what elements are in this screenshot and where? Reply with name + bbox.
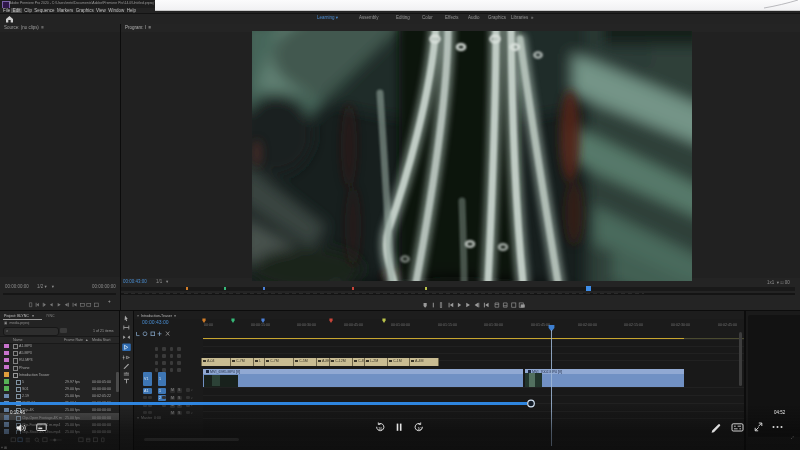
svg-text:10: 10 xyxy=(418,427,422,431)
svg-text:10: 10 xyxy=(378,427,382,431)
